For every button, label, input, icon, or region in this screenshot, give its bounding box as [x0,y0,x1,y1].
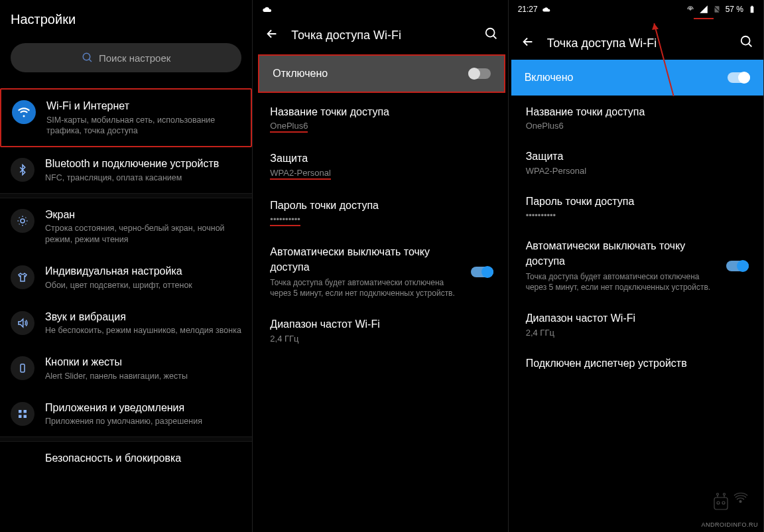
password-item[interactable]: Пароль точки доступа •••••••••• [511,185,763,230]
toggle-switch[interactable] [728,72,750,83]
toggle-label: Включено [525,72,574,84]
dispatcher-item[interactable]: Подключен диспетчер устройств [511,347,763,380]
wifi-icon [12,100,36,124]
setting-title: Bluetooth и подключение устройств [45,157,241,171]
item-title: Название точки доступа [270,105,493,119]
page-title: Настройки [0,0,252,43]
svg-point-10 [689,9,690,10]
annotation-mark [694,18,714,19]
gesture-icon [11,356,34,380]
setting-sub: Обои, цвет подсветки, шрифт, оттенок [45,280,241,291]
svg-point-8 [485,29,494,37]
shirt-icon [11,265,34,289]
auto-off-item[interactable]: Автоматически выключать точку доступа То… [511,230,763,302]
band-item[interactable]: Диапазон частот Wi-Fi 2,4 ГГц [511,302,763,346]
search-icon [82,52,94,64]
setting-bluetooth[interactable]: Bluetooth и подключение устройств NFC, т… [0,147,252,192]
status-bar: 21:27 57 % [511,0,763,19]
setting-sub: Не беспокоить, режим наушников, мелодия … [45,325,241,336]
hotspot-panel-on: 21:27 57 % Точка доступа Wi-Fi Включено … [511,0,764,532]
svg-point-25 [723,494,725,496]
item-title: Пароль точки доступа [270,198,493,213]
hotspot-name-item[interactable]: Название точки доступа OnePlus6 [255,96,507,142]
setting-sub: Alert Slider, панель навигации, жесты [45,371,241,382]
cloud-icon [262,4,273,15]
svg-point-20 [717,501,720,504]
security-item[interactable]: Защита WPA2-Personal [255,142,507,188]
setting-sub: Строка состояния, черно-белый экран, ноч… [45,223,241,245]
svg-line-17 [627,23,700,96]
hotspot-toggle-row[interactable]: Отключено [258,54,505,93]
auto-off-switch[interactable] [726,261,749,271]
setting-buttons[interactable]: Кнопки и жесты Alert Slider, панель нави… [0,346,252,391]
setting-wifi-internet[interactable]: Wi-Fi и Интернет SIM-карты, мобильная се… [0,88,252,147]
svg-marker-18 [651,23,660,33]
setting-security[interactable]: Безопасность и блокировка [0,442,252,486]
setting-sub: NFC, трансляция, оплата касанием [45,172,241,184]
auto-off-switch[interactable] [471,267,493,277]
item-title: Защита [526,149,749,164]
svg-rect-19 [714,498,728,509]
svg-rect-6 [19,415,22,418]
setting-sound[interactable]: Звук и вибрация Не беспокоить, режим нау… [0,300,252,346]
setting-sub: Приложения по умолчанию, разрешения [45,416,241,427]
svg-rect-5 [24,410,27,413]
svg-point-21 [722,501,725,504]
brightness-icon [11,209,34,233]
search-button[interactable] [739,34,754,52]
item-title: Защита [270,151,493,166]
svg-rect-4 [19,410,22,413]
toggle-label: Отключено [273,68,328,80]
svg-line-16 [749,44,752,47]
auto-off-item[interactable]: Автоматически выключать точку доступа То… [255,235,507,308]
svg-rect-14 [751,6,753,7]
status-battery: 57 % [726,5,743,14]
no-sim-icon [712,5,722,14]
item-value: OnePlus6 [526,121,749,131]
search-input[interactable]: Поиск настроек [11,43,241,72]
setting-title: Кнопки и жесты [45,355,241,369]
setting-display[interactable]: Экран Строка состояния, черно-белый экра… [0,198,252,255]
svg-rect-7 [24,415,27,418]
divider [0,436,252,442]
item-title: Пароль точки доступа [526,194,749,209]
setting-title: Wi-Fi и Интернет [46,99,240,113]
item-value: WPA2-Personal [270,168,331,180]
setting-title: Звук и вибрация [45,310,241,324]
svg-rect-3 [21,364,25,372]
item-title: Диапазон частот Wi-Fi [526,311,749,326]
back-button[interactable] [521,34,535,52]
setting-sub: SIM-карты, мобильная сеть, использование… [46,115,240,137]
toggle-switch[interactable] [468,68,491,79]
setting-apps[interactable]: Приложения и уведомления Приложения по у… [0,391,252,436]
band-item[interactable]: Диапазон частот Wi-Fi 2,4 ГГц [255,308,507,352]
svg-line-9 [493,36,496,39]
search-button[interactable] [484,27,499,44]
password-item[interactable]: Пароль точки доступа •••••••••• [255,189,507,235]
item-desc: Точка доступа будет автоматически отключ… [526,271,720,293]
battery-icon [747,5,757,14]
item-value: •••••••••• [526,210,749,220]
item-title: Название точки доступа [526,105,749,119]
signal-icon [699,5,708,14]
cloud-icon [542,5,551,14]
hotspot-name-item[interactable]: Название точки доступа OnePlus6 [511,96,763,140]
setting-customization[interactable]: Индивидуальная настройка Обои, цвет подс… [0,255,252,300]
search-placeholder: Поиск настроек [99,52,170,64]
back-button[interactable] [265,27,279,44]
item-value: 2,4 ГГц [270,334,493,344]
svg-point-0 [83,53,90,60]
setting-title: Приложения и уведомления [45,401,241,415]
item-title: Диапазон частот Wi-Fi [270,317,493,332]
item-title: Подключен диспетчер устройств [526,356,749,371]
item-title: Автоматически выключать точку доступа [526,239,720,269]
item-value: OnePlus6 [270,121,308,133]
apps-icon [11,402,34,426]
hotspot-icon [686,5,695,14]
settings-panel: Настройки Поиск настроек Wi-Fi и Интерне… [0,0,253,532]
svg-rect-13 [751,7,754,13]
sound-icon [11,311,34,335]
svg-point-15 [741,36,750,45]
security-item[interactable]: Защита WPA2-Personal [511,140,763,184]
svg-point-24 [716,494,718,496]
